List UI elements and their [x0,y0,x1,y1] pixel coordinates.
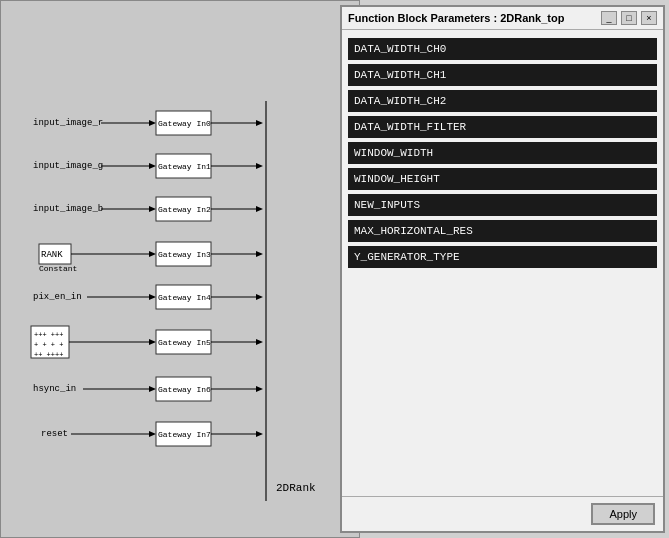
gateway-label-7: Gateway In7 [158,430,211,439]
gateway-label-6: Gateway In6 [158,385,211,394]
label-constant: Constant [39,264,77,273]
apply-button[interactable]: Apply [591,503,655,525]
label-pix-en-in: pix_en_in [33,292,82,302]
label-input-image-g: input_image_g [33,161,103,171]
param-row-p5[interactable]: WINDOW_HEIGHT [348,168,657,190]
canvas-svg: input_image_r Gateway In0 input_image_g … [1,1,361,538]
label-hsync-in: hsync_in [33,384,76,394]
arrowhead-out-7 [256,431,263,437]
dialog-title: Function Block Parameters : 2DRank_top [348,12,564,24]
matrix-label-1: +++ +++ [34,331,63,339]
function-block-dialog: Function Block Parameters : 2DRank_top _… [340,5,665,533]
gateway-label-3: Gateway In3 [158,250,211,259]
matrix-label-3: ++ ++++ [34,351,63,359]
param-row-p8[interactable]: Y_GENERATOR_TYPE [348,246,657,268]
gateway-label-5: Gateway In5 [158,338,211,347]
param-row-p1[interactable]: DATA_WIDTH_CH1 [348,64,657,86]
minimize-button[interactable]: _ [601,11,617,25]
arrowhead-7 [149,431,156,437]
label-reset: reset [41,429,68,439]
arrowhead-6 [149,386,156,392]
arrowhead-out-3 [256,251,263,257]
gateway-label-1: Gateway In1 [158,162,211,171]
arrowhead-out-5 [256,339,263,345]
gateway-label-4: Gateway In4 [158,293,211,302]
matrix-label-2: + + + + [34,341,63,349]
arrowhead-1 [149,163,156,169]
dialog-content: DATA_WIDTH_CH0DATA_WIDTH_CH1DATA_WIDTH_C… [342,30,663,496]
param-row-p0[interactable]: DATA_WIDTH_CH0 [348,38,657,60]
param-row-p4[interactable]: WINDOW_WIDTH [348,142,657,164]
dialog-controls: _ □ × [601,11,657,25]
arrowhead-out-2 [256,206,263,212]
param-row-p3[interactable]: DATA_WIDTH_FILTER [348,116,657,138]
gateway-label-0: Gateway In0 [158,119,211,128]
restore-button[interactable]: □ [621,11,637,25]
close-button[interactable]: × [641,11,657,25]
arrowhead-5 [149,339,156,345]
arrowhead-out-1 [256,163,263,169]
arrowhead-3 [149,251,156,257]
arrowhead-out-0 [256,120,263,126]
arrowhead-4 [149,294,156,300]
arrowhead-out-4 [256,294,263,300]
label-rank: RANK [41,250,63,260]
arrowhead-out-6 [256,386,263,392]
gateway-label-2: Gateway In2 [158,205,211,214]
arrowhead-0 [149,120,156,126]
label-input-image-b: input_image_b [33,204,103,214]
canvas-area: input_image_r Gateway In0 input_image_g … [0,0,360,538]
arrowhead-2 [149,206,156,212]
dialog-titlebar: Function Block Parameters : 2DRank_top _… [342,7,663,30]
label-input-image-r: input_image_r [33,118,103,128]
dialog-footer: Apply [342,496,663,531]
label-2drank: 2DRank [276,482,316,494]
param-row-p6[interactable]: NEW_INPUTS [348,194,657,216]
param-row-p7[interactable]: MAX_HORIZONTAL_RES [348,220,657,242]
param-row-p2[interactable]: DATA_WIDTH_CH2 [348,90,657,112]
